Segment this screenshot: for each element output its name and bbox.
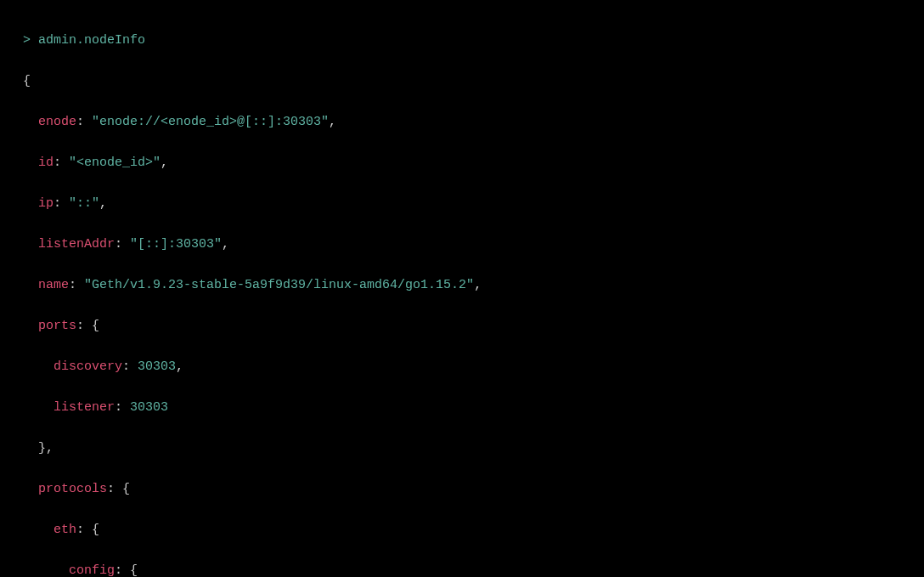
output-line: protocols: { bbox=[0, 479, 924, 500]
value-enode: "enode://<enode_id>@[::]:30303" bbox=[92, 115, 329, 129]
key-listenaddr: listenAddr bbox=[38, 237, 115, 252]
key-name: name bbox=[38, 278, 69, 292]
key-discovery: discovery bbox=[54, 359, 122, 374]
key-listener: listener bbox=[54, 400, 115, 415]
key-protocols: protocols bbox=[38, 482, 107, 496]
key-ports: ports bbox=[38, 319, 76, 333]
value-discovery: 30303 bbox=[138, 359, 176, 374]
output-line: { bbox=[0, 71, 924, 92]
output-line: discovery: 30303, bbox=[0, 357, 924, 377]
value-name: "Geth/v1.9.23-stable-5a9f9d39/linux-amd6… bbox=[84, 278, 474, 292]
prompt-symbol: > bbox=[23, 33, 31, 48]
key-ip: ip bbox=[38, 196, 54, 211]
output-line: ports: { bbox=[0, 316, 924, 337]
output-line: }, bbox=[0, 438, 924, 459]
value-id: "<enode_id>" bbox=[69, 156, 161, 170]
key-enode: enode bbox=[38, 115, 76, 129]
value-listenaddr: "[::]:30303" bbox=[130, 237, 222, 252]
value-ip: "::" bbox=[69, 196, 99, 211]
output-line: config: { bbox=[0, 561, 924, 577]
output-line: enode: "enode://<enode_id>@[::]:30303", bbox=[0, 112, 924, 133]
output-line: listenAddr: "[::]:30303", bbox=[0, 235, 924, 255]
output-line: eth: { bbox=[0, 520, 924, 540]
open-brace: { bbox=[23, 74, 31, 88]
output-line: name: "Geth/v1.9.23-stable-5a9f9d39/linu… bbox=[0, 275, 924, 296]
key-id: id bbox=[38, 156, 54, 170]
value-listener: 30303 bbox=[130, 400, 168, 415]
terminal-output: > admin.nodeInfo { enode: "enode://<enod… bbox=[0, 10, 924, 577]
key-config: config bbox=[69, 563, 115, 577]
command-line[interactable]: > admin.nodeInfo bbox=[0, 31, 924, 51]
key-eth: eth bbox=[54, 523, 76, 537]
output-line: id: "<enode_id>", bbox=[0, 153, 924, 173]
command-text: admin.nodeInfo bbox=[38, 33, 145, 48]
output-line: ip: "::", bbox=[0, 194, 924, 214]
output-line: listener: 30303 bbox=[0, 398, 924, 418]
